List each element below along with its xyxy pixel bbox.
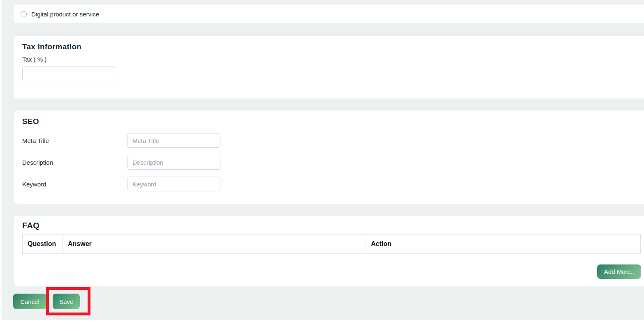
tax-information-section: Tax Information Tax ( % ) <box>13 35 644 99</box>
faq-table: Question Answer Action <box>22 234 641 254</box>
cancel-button[interactable]: Cancel <box>13 294 46 309</box>
description-row: Description <box>22 155 640 170</box>
seo-section-title: SEO <box>22 117 640 126</box>
meta-title-input[interactable] <box>127 133 220 148</box>
description-label: Description <box>22 159 127 166</box>
keyword-row: Keyword <box>22 177 640 191</box>
product-form-page: Digital product or service Tax Informati… <box>0 0 644 331</box>
tax-section-title: Tax Information <box>22 42 640 51</box>
digital-product-radio[interactable] <box>21 11 27 17</box>
save-button[interactable]: Save <box>53 294 80 309</box>
add-more-button[interactable]: Add More.. <box>597 264 641 279</box>
tax-percent-input[interactable] <box>22 67 115 81</box>
tax-percent-label: Tax ( % ) <box>22 56 640 63</box>
product-type-option-row[interactable]: Digital product or service <box>13 4 644 24</box>
faq-section-title: FAQ <box>22 221 640 230</box>
faq-table-header-row: Question Answer Action <box>23 234 641 254</box>
keyword-label: Keyword <box>22 181 127 188</box>
faq-column-answer: Answer <box>63 234 366 254</box>
digital-product-radio-label: Digital product or service <box>31 11 99 18</box>
faq-column-question: Question <box>23 234 63 254</box>
meta-title-row: Meta Title <box>22 133 640 148</box>
faq-section: FAQ Question Answer Action Add More.. <box>13 215 644 286</box>
keyword-input[interactable] <box>127 177 220 191</box>
description-input[interactable] <box>127 155 220 170</box>
faq-column-action: Action <box>366 234 641 254</box>
meta-title-label: Meta Title <box>22 137 127 144</box>
seo-section: SEO Meta Title Description Keyword <box>13 110 644 204</box>
